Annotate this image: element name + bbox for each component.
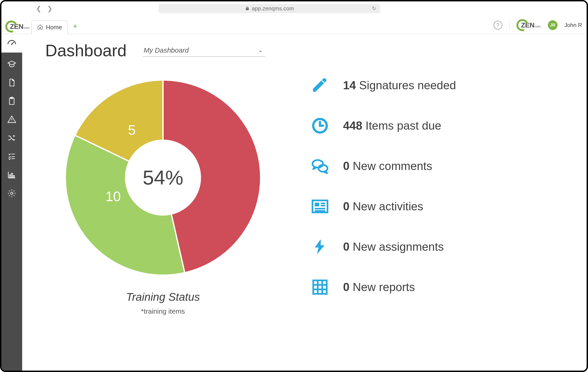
svg-rect-13 (13, 175, 15, 178)
stat-row-1[interactable]: 448 Items past due (308, 116, 456, 135)
stat-text-1: 448 Items past due (343, 119, 441, 132)
help-icon-glyph: ? (497, 22, 499, 28)
svg-rect-11 (10, 175, 10, 178)
avatar[interactable]: JR (548, 20, 557, 30)
sidebar-item-change[interactable] (1, 129, 22, 147)
sidebar-item-issues[interactable] (1, 110, 22, 129)
avatar-initials: JR (550, 23, 555, 28)
sidebar-item-training[interactable] (1, 55, 22, 73)
svg-point-5 (11, 121, 12, 122)
tab-home-label: Home (46, 24, 62, 31)
sidebar-item-tasks[interactable] (1, 147, 22, 166)
brand-logo-right: ZENQMS (516, 19, 541, 31)
stat-text-4: 0 New assignments (343, 240, 444, 253)
stat-row-0[interactable]: 14 Signatures needed (308, 76, 456, 95)
stat-text-5: 0 New reports (343, 281, 415, 294)
sidebar-item-documents[interactable] (1, 73, 22, 92)
bolt-icon (308, 238, 332, 256)
logo-ring-icon (514, 17, 530, 33)
stat-row-5[interactable]: 0 New reports (308, 278, 456, 296)
checklist-icon (7, 152, 16, 161)
header-divider (509, 20, 510, 30)
app-logo[interactable]: ZENQMS (4, 19, 32, 34)
pencil-icon (308, 76, 332, 95)
stat-row-3[interactable]: 0 New activities (308, 197, 456, 216)
comments-icon (308, 157, 332, 175)
stat-text-2: 0 New comments (343, 159, 432, 173)
stat-row-2[interactable]: 0 New comments (308, 157, 456, 175)
stats-list: 14 Signatures needed448 Items past due0 … (308, 76, 456, 315)
user-name[interactable]: John R (565, 22, 582, 28)
clock-icon (308, 116, 332, 135)
main-content: Dashboard My Dashboard ⌄ 54% 13105 Train… (22, 34, 587, 371)
gauge-icon (7, 38, 17, 49)
page-title: Dashboard (45, 41, 126, 60)
training-status-chart: 54% 13105 Training Status *training item… (59, 74, 267, 315)
browser-forward-button[interactable]: ❯ (47, 5, 52, 12)
browser-url-bar[interactable]: 🔒︎ app.zenqms.com ↻ (159, 4, 380, 13)
browser-chrome: ❮ ❯ 🔒︎ app.zenqms.com ↻ (1, 1, 587, 16)
dashboard-selector-value: My Dashboard (144, 46, 189, 54)
lock-icon: 🔒︎ (245, 6, 250, 11)
svg-rect-24 (313, 281, 327, 294)
stat-text-0: 14 Signatures needed (343, 79, 456, 92)
svg-line-1 (12, 42, 14, 44)
sidebar-item-dashboard[interactable] (1, 34, 22, 53)
svg-point-14 (10, 192, 13, 194)
donut-slice-label-yellow: 5 (128, 122, 136, 138)
logo-ring-icon (3, 19, 19, 34)
add-tab-button[interactable]: + (73, 22, 77, 31)
chart-title: Training Status (126, 291, 200, 303)
shuffle-icon (7, 133, 16, 142)
browser-url-text: app.zenqms.com (252, 5, 294, 12)
graduation-cap-icon (7, 60, 16, 69)
svg-rect-19 (315, 203, 319, 206)
logo-subtext: QMS (24, 27, 30, 29)
home-icon (37, 24, 43, 31)
gear-icon (7, 189, 16, 198)
clipboard-icon (7, 96, 16, 106)
app-header: ZENQMS Home + ? ZENQMS JR John R (1, 16, 587, 34)
browser-back-button[interactable]: ❮ (36, 5, 41, 12)
document-icon (7, 78, 16, 87)
sidebar (1, 34, 22, 371)
sidebar-item-clipboard[interactable] (1, 92, 22, 110)
warning-icon (7, 115, 16, 124)
donut-slice-label-green: 10 (105, 188, 121, 204)
tab-home[interactable]: Home (32, 20, 68, 34)
sidebar-item-settings[interactable] (1, 184, 22, 202)
stat-row-4[interactable]: 0 New assignments (308, 238, 456, 256)
refresh-icon[interactable]: ↻ (372, 6, 376, 11)
sidebar-item-reports[interactable] (1, 166, 22, 184)
stat-text-3: 0 New activities (343, 200, 423, 213)
grid-icon (308, 278, 332, 296)
bar-chart-icon (7, 170, 16, 180)
dashboard-selector[interactable]: My Dashboard ⌄ (143, 44, 265, 57)
news-icon (308, 197, 332, 216)
chevron-down-icon: ⌄ (258, 47, 263, 53)
chart-subtitle: *training items (141, 307, 185, 315)
help-button[interactable]: ? (494, 21, 502, 30)
svg-rect-12 (11, 173, 12, 178)
donut-slice-label-red: 13 (172, 157, 188, 173)
